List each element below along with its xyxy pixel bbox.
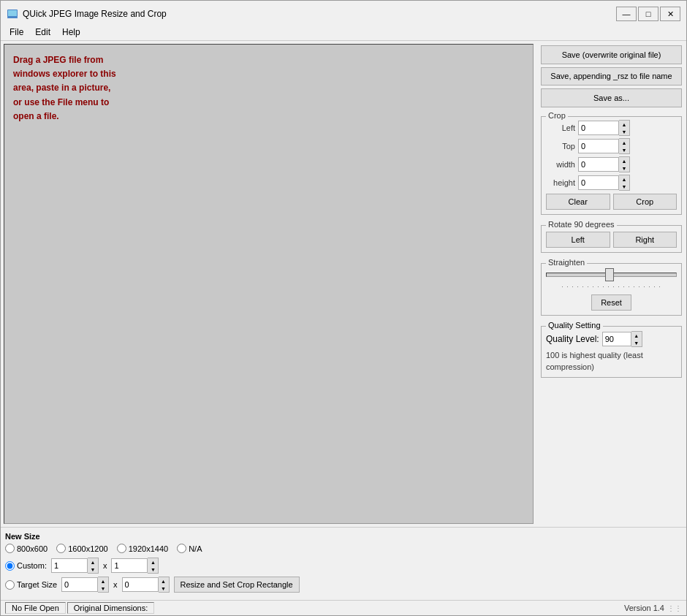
crop-height-spinner-btns: ▲ ▼ xyxy=(619,175,630,191)
target-h-down[interactable]: ▼ xyxy=(159,585,169,592)
crop-top-down[interactable]: ▼ xyxy=(619,146,629,153)
crop-top-label: Top xyxy=(546,142,575,151)
bottom-section: New Size 800x600 1600x1200 1920x1440 N/A xyxy=(1,527,686,600)
x-separator-2: x xyxy=(113,580,118,589)
crop-width-label: width xyxy=(546,160,575,169)
main-window: QUick JPEG Image Resize and Crop — □ ✕ F… xyxy=(0,0,687,616)
straighten-group-label: Straighten xyxy=(546,258,587,267)
custom-w-down[interactable]: ▼ xyxy=(88,566,98,573)
crop-width-down[interactable]: ▼ xyxy=(619,164,629,172)
resize-handle-icon: ⋮⋮ xyxy=(667,604,682,612)
crop-left-down[interactable]: ▼ xyxy=(619,128,629,135)
straighten-slider-thumb[interactable] xyxy=(605,268,614,281)
custom-h-input[interactable] xyxy=(111,558,148,573)
rotate-right-button[interactable]: Right xyxy=(613,232,677,248)
crop-height-spinner: ▲ ▼ xyxy=(578,175,630,191)
crop-left-label: Left xyxy=(546,123,575,132)
target-h-input[interactable] xyxy=(122,577,159,592)
size-800-option[interactable]: 800x600 xyxy=(5,544,48,553)
custom-row: Custom: ▲ ▼ x ▲ ▼ xyxy=(5,558,682,574)
title-bar: QUick JPEG Image Resize and Crop — □ ✕ xyxy=(1,1,686,24)
size-1920-option[interactable]: 1920x1440 xyxy=(117,544,168,553)
straighten-reset-button[interactable]: Reset xyxy=(591,294,631,311)
crop-height-up[interactable]: ▲ xyxy=(619,175,629,183)
menu-edit[interactable]: Edit xyxy=(29,26,56,39)
target-radio[interactable] xyxy=(5,580,15,590)
crop-top-row: Top ▲ ▼ xyxy=(546,138,677,154)
custom-h-btns: ▲ ▼ xyxy=(148,558,159,574)
close-button[interactable]: ✕ xyxy=(660,7,680,21)
crop-width-up[interactable]: ▲ xyxy=(619,157,629,164)
title-bar-buttons: — □ ✕ xyxy=(616,7,680,21)
target-w-spinner: ▲ ▼ xyxy=(61,577,109,593)
quality-group: Quality Setting Quality Level: ▲ ▼ 100 i… xyxy=(541,326,682,378)
crop-top-spinner: ▲ ▼ xyxy=(578,138,630,154)
status-bar: No File Open Original Dimensions: Versio… xyxy=(1,600,686,615)
menu-bar: File Edit Help xyxy=(1,24,686,41)
custom-option[interactable]: Custom: xyxy=(5,561,47,571)
quality-note: 100 is highest quality (least compressio… xyxy=(546,350,677,373)
target-w-up[interactable]: ▲ xyxy=(98,577,108,585)
quality-up[interactable]: ▲ xyxy=(631,332,642,339)
dimensions-status: Original Dimensions: xyxy=(67,602,154,614)
menu-file[interactable]: File xyxy=(4,26,29,39)
crop-height-row: height ▲ ▼ xyxy=(546,175,677,191)
rotate-left-button[interactable]: Left xyxy=(546,232,610,248)
target-label: Target Size xyxy=(17,580,57,589)
quality-input[interactable] xyxy=(602,332,631,346)
crop-width-input[interactable] xyxy=(578,157,619,172)
size-1600-label: 1600x1200 xyxy=(68,544,107,553)
target-option[interactable]: Target Size xyxy=(5,580,57,590)
image-drop-area[interactable]: Drag a JPEG file from windows explorer t… xyxy=(4,44,534,524)
minimize-button[interactable]: — xyxy=(616,7,637,21)
crop-top-spinner-btns: ▲ ▼ xyxy=(619,138,630,154)
crop-clear-button[interactable]: Clear xyxy=(546,194,610,210)
size-800-label: 800x600 xyxy=(17,544,48,553)
size-na-option[interactable]: N/A xyxy=(177,544,202,553)
crop-height-input[interactable] xyxy=(578,175,619,190)
size-na-radio[interactable] xyxy=(177,544,186,553)
resize-crop-button[interactable]: Resize and Set Crop Rectangle xyxy=(174,577,300,593)
custom-h-up[interactable]: ▲ xyxy=(148,558,158,566)
target-h-btns: ▲ ▼ xyxy=(159,577,170,593)
target-row: Target Size ▲ ▼ x ▲ ▼ Resize and Set Cro… xyxy=(5,577,682,593)
save-overwrite-button[interactable]: Save (overwrite original file) xyxy=(541,45,682,64)
crop-action-buttons: Clear Crop xyxy=(546,194,677,210)
crop-left-up[interactable]: ▲ xyxy=(619,121,629,128)
target-h-spinner: ▲ ▼ xyxy=(122,577,170,593)
save-as-button[interactable]: Save as... xyxy=(541,88,682,107)
crop-height-down[interactable]: ▼ xyxy=(619,183,629,190)
save-append-button[interactable]: Save, appending _rsz to file name xyxy=(541,67,682,85)
size-1920-radio[interactable] xyxy=(117,544,126,553)
size-800-radio[interactable] xyxy=(5,544,15,553)
crop-left-input[interactable] xyxy=(578,121,619,135)
target-w-down[interactable]: ▼ xyxy=(98,585,108,592)
size-1600-option[interactable]: 1600x1200 xyxy=(56,544,107,553)
version-text: Version 1.4 xyxy=(624,604,667,612)
quality-spinner: ▲ ▼ xyxy=(602,331,642,347)
maximize-button[interactable]: □ xyxy=(638,7,658,21)
custom-h-spinner: ▲ ▼ xyxy=(111,558,159,574)
crop-apply-button[interactable]: Crop xyxy=(613,194,677,210)
new-size-label: New Size xyxy=(5,532,682,541)
custom-w-spinner: ▲ ▼ xyxy=(51,558,99,574)
custom-radio[interactable] xyxy=(5,561,15,571)
size-1600-radio[interactable] xyxy=(56,544,66,553)
app-icon xyxy=(7,8,18,20)
custom-w-input[interactable] xyxy=(51,558,88,573)
rotate-group: Rotate 90 degrees Left Right xyxy=(541,225,682,253)
custom-h-down[interactable]: ▼ xyxy=(148,566,158,573)
custom-label: Custom: xyxy=(17,561,47,570)
menu-help[interactable]: Help xyxy=(56,26,86,39)
crop-top-input[interactable] xyxy=(578,139,619,153)
custom-w-up[interactable]: ▲ xyxy=(88,558,98,566)
quality-down[interactable]: ▼ xyxy=(631,339,642,346)
straighten-slider-track[interactable] xyxy=(546,273,677,277)
crop-width-spinner-btns: ▲ ▼ xyxy=(619,156,630,172)
svg-rect-1 xyxy=(8,10,17,16)
title-bar-left: QUick JPEG Image Resize and Crop xyxy=(7,8,167,20)
target-w-input[interactable] xyxy=(61,577,98,592)
size-options-row: 800x600 1600x1200 1920x1440 N/A xyxy=(5,544,682,553)
target-h-up[interactable]: ▲ xyxy=(159,577,169,585)
crop-top-up[interactable]: ▲ xyxy=(619,139,629,146)
